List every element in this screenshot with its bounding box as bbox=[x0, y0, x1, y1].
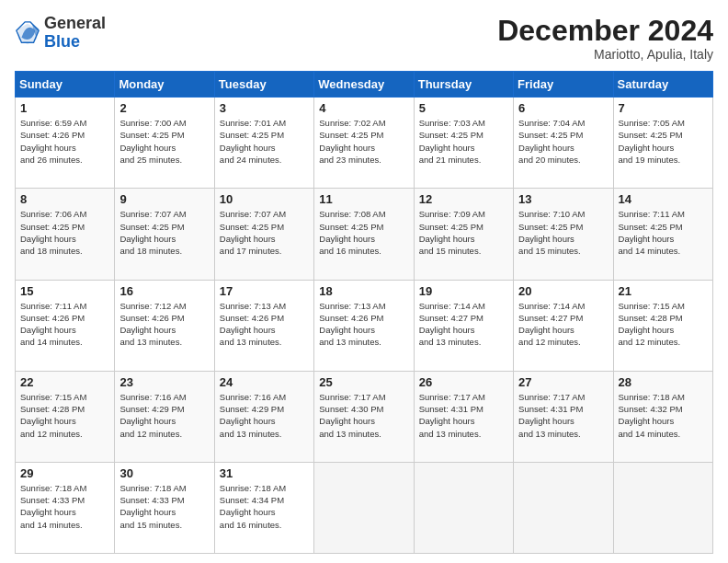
day-number: 21 bbox=[619, 284, 708, 298]
calendar-cell: 12Sunrise: 7:09 AMSunset: 4:25 PMDayligh… bbox=[414, 189, 513, 280]
day-number: 4 bbox=[319, 101, 408, 115]
col-tuesday: Tuesday bbox=[214, 72, 313, 98]
col-thursday: Thursday bbox=[414, 72, 513, 98]
day-number: 18 bbox=[319, 284, 408, 298]
calendar-cell: 17Sunrise: 7:13 AMSunset: 4:26 PMDayligh… bbox=[214, 280, 313, 371]
cell-content: Sunrise: 7:13 AMSunset: 4:26 PMDaylight … bbox=[220, 301, 286, 348]
day-number: 1 bbox=[20, 101, 109, 115]
day-number: 25 bbox=[319, 375, 408, 389]
day-number: 8 bbox=[20, 192, 109, 206]
col-saturday: Saturday bbox=[613, 72, 712, 98]
header: General Blue December 2024 Mariotto, Apu… bbox=[15, 15, 713, 62]
calendar-cell: 27Sunrise: 7:17 AMSunset: 4:31 PMDayligh… bbox=[514, 371, 613, 462]
calendar-cell: 1Sunrise: 6:59 AMSunset: 4:26 PMDaylight… bbox=[16, 98, 115, 189]
cell-content: Sunrise: 7:03 AMSunset: 4:25 PMDaylight … bbox=[419, 118, 485, 165]
calendar-cell: 13Sunrise: 7:10 AMSunset: 4:25 PMDayligh… bbox=[514, 189, 613, 280]
day-number: 6 bbox=[518, 101, 608, 115]
day-number: 23 bbox=[119, 375, 209, 389]
calendar-cell bbox=[613, 462, 712, 553]
location-subtitle: Mariotto, Apulia, Italy bbox=[497, 47, 713, 62]
cell-content: Sunrise: 7:05 AMSunset: 4:25 PMDaylight … bbox=[619, 118, 685, 165]
day-number: 19 bbox=[419, 284, 508, 298]
day-number: 9 bbox=[119, 192, 209, 206]
cell-content: Sunrise: 7:07 AMSunset: 4:25 PMDaylight … bbox=[220, 209, 286, 256]
col-monday: Monday bbox=[115, 72, 214, 98]
calendar-week-4: 29Sunrise: 7:18 AMSunset: 4:33 PMDayligh… bbox=[16, 462, 713, 553]
calendar-cell: 9Sunrise: 7:07 AMSunset: 4:25 PMDaylight… bbox=[115, 189, 214, 280]
calendar-cell: 8Sunrise: 7:06 AMSunset: 4:25 PMDaylight… bbox=[16, 189, 115, 280]
calendar-cell: 11Sunrise: 7:08 AMSunset: 4:25 PMDayligh… bbox=[314, 189, 414, 280]
calendar-cell: 3Sunrise: 7:01 AMSunset: 4:25 PMDaylight… bbox=[214, 98, 313, 189]
cell-content: Sunrise: 7:11 AMSunset: 4:25 PMDaylight … bbox=[619, 209, 685, 256]
cell-content: Sunrise: 7:18 AMSunset: 4:32 PMDaylight … bbox=[619, 392, 685, 439]
calendar-cell: 21Sunrise: 7:15 AMSunset: 4:28 PMDayligh… bbox=[613, 280, 712, 371]
calendar-cell: 30Sunrise: 7:18 AMSunset: 4:33 PMDayligh… bbox=[115, 462, 214, 553]
cell-content: Sunrise: 7:00 AMSunset: 4:25 PMDaylight … bbox=[119, 118, 186, 165]
cell-content: Sunrise: 7:18 AMSunset: 4:34 PMDaylight … bbox=[220, 483, 286, 530]
day-number: 29 bbox=[20, 466, 109, 480]
day-number: 10 bbox=[220, 192, 309, 206]
day-number: 7 bbox=[619, 101, 708, 115]
day-number: 22 bbox=[20, 375, 109, 389]
cell-content: Sunrise: 7:17 AMSunset: 4:30 PMDaylight … bbox=[319, 392, 385, 439]
calendar-header: Sunday Monday Tuesday Wednesday Thursday… bbox=[16, 72, 713, 98]
cell-content: Sunrise: 7:10 AMSunset: 4:25 PMDaylight … bbox=[518, 209, 585, 256]
cell-content: Sunrise: 7:18 AMSunset: 4:33 PMDaylight … bbox=[119, 483, 186, 530]
cell-content: Sunrise: 7:15 AMSunset: 4:28 PMDaylight … bbox=[619, 301, 685, 348]
cell-content: Sunrise: 7:12 AMSunset: 4:26 PMDaylight … bbox=[119, 301, 186, 348]
calendar-cell: 22Sunrise: 7:15 AMSunset: 4:28 PMDayligh… bbox=[16, 371, 115, 462]
logo-general: General bbox=[44, 14, 106, 32]
calendar-cell: 20Sunrise: 7:14 AMSunset: 4:27 PMDayligh… bbox=[514, 280, 613, 371]
calendar-cell bbox=[514, 462, 613, 553]
calendar-table: Sunday Monday Tuesday Wednesday Thursday… bbox=[15, 71, 713, 554]
month-title: December 2024 bbox=[497, 15, 713, 47]
cell-content: Sunrise: 7:14 AMSunset: 4:27 PMDaylight … bbox=[518, 301, 585, 348]
calendar-cell: 26Sunrise: 7:17 AMSunset: 4:31 PMDayligh… bbox=[414, 371, 513, 462]
calendar-week-0: 1Sunrise: 6:59 AMSunset: 4:26 PMDaylight… bbox=[16, 98, 713, 189]
day-number: 28 bbox=[619, 375, 708, 389]
title-block: December 2024 Mariotto, Apulia, Italy bbox=[497, 15, 713, 62]
day-number: 20 bbox=[518, 284, 608, 298]
calendar-cell: 6Sunrise: 7:04 AMSunset: 4:25 PMDaylight… bbox=[514, 98, 613, 189]
calendar-cell: 29Sunrise: 7:18 AMSunset: 4:33 PMDayligh… bbox=[16, 462, 115, 553]
calendar-body: 1Sunrise: 6:59 AMSunset: 4:26 PMDaylight… bbox=[16, 98, 713, 554]
cell-content: Sunrise: 7:01 AMSunset: 4:25 PMDaylight … bbox=[220, 118, 286, 165]
cell-content: Sunrise: 7:16 AMSunset: 4:29 PMDaylight … bbox=[220, 392, 286, 439]
logo-text-block: General Blue bbox=[44, 15, 106, 52]
calendar-cell: 25Sunrise: 7:17 AMSunset: 4:30 PMDayligh… bbox=[314, 371, 414, 462]
logo: General Blue bbox=[15, 15, 106, 52]
cell-content: Sunrise: 7:14 AMSunset: 4:27 PMDaylight … bbox=[419, 301, 485, 348]
calendar-week-2: 15Sunrise: 7:11 AMSunset: 4:26 PMDayligh… bbox=[16, 280, 713, 371]
day-number: 5 bbox=[419, 101, 508, 115]
day-number: 3 bbox=[220, 101, 309, 115]
cell-content: Sunrise: 6:59 AMSunset: 4:26 PMDaylight … bbox=[20, 118, 86, 165]
cell-content: Sunrise: 7:11 AMSunset: 4:26 PMDaylight … bbox=[20, 301, 86, 348]
cell-content: Sunrise: 7:18 AMSunset: 4:33 PMDaylight … bbox=[20, 483, 86, 530]
calendar-cell: 5Sunrise: 7:03 AMSunset: 4:25 PMDaylight… bbox=[414, 98, 513, 189]
calendar-cell: 16Sunrise: 7:12 AMSunset: 4:26 PMDayligh… bbox=[115, 280, 214, 371]
calendar-cell: 15Sunrise: 7:11 AMSunset: 4:26 PMDayligh… bbox=[16, 280, 115, 371]
header-row: Sunday Monday Tuesday Wednesday Thursday… bbox=[16, 72, 713, 98]
day-number: 16 bbox=[119, 284, 209, 298]
cell-content: Sunrise: 7:07 AMSunset: 4:25 PMDaylight … bbox=[119, 209, 186, 256]
cell-content: Sunrise: 7:15 AMSunset: 4:28 PMDaylight … bbox=[20, 392, 86, 439]
calendar-cell: 28Sunrise: 7:18 AMSunset: 4:32 PMDayligh… bbox=[613, 371, 712, 462]
day-number: 26 bbox=[419, 375, 508, 389]
col-wednesday: Wednesday bbox=[314, 72, 414, 98]
cell-content: Sunrise: 7:04 AMSunset: 4:25 PMDaylight … bbox=[518, 118, 585, 165]
calendar-cell: 18Sunrise: 7:13 AMSunset: 4:26 PMDayligh… bbox=[314, 280, 414, 371]
calendar-cell: 10Sunrise: 7:07 AMSunset: 4:25 PMDayligh… bbox=[214, 189, 313, 280]
day-number: 27 bbox=[518, 375, 608, 389]
calendar-cell: 24Sunrise: 7:16 AMSunset: 4:29 PMDayligh… bbox=[214, 371, 313, 462]
day-number: 2 bbox=[119, 101, 209, 115]
day-number: 24 bbox=[220, 375, 309, 389]
calendar-cell: 14Sunrise: 7:11 AMSunset: 4:25 PMDayligh… bbox=[613, 189, 712, 280]
calendar-cell: 4Sunrise: 7:02 AMSunset: 4:25 PMDaylight… bbox=[314, 98, 414, 189]
calendar-cell bbox=[314, 462, 414, 553]
cell-content: Sunrise: 7:08 AMSunset: 4:25 PMDaylight … bbox=[319, 209, 385, 256]
day-number: 13 bbox=[518, 192, 608, 206]
day-number: 31 bbox=[220, 466, 309, 480]
calendar-week-3: 22Sunrise: 7:15 AMSunset: 4:28 PMDayligh… bbox=[16, 371, 713, 462]
cell-content: Sunrise: 7:09 AMSunset: 4:25 PMDaylight … bbox=[419, 209, 485, 256]
cell-content: Sunrise: 7:16 AMSunset: 4:29 PMDaylight … bbox=[119, 392, 186, 439]
